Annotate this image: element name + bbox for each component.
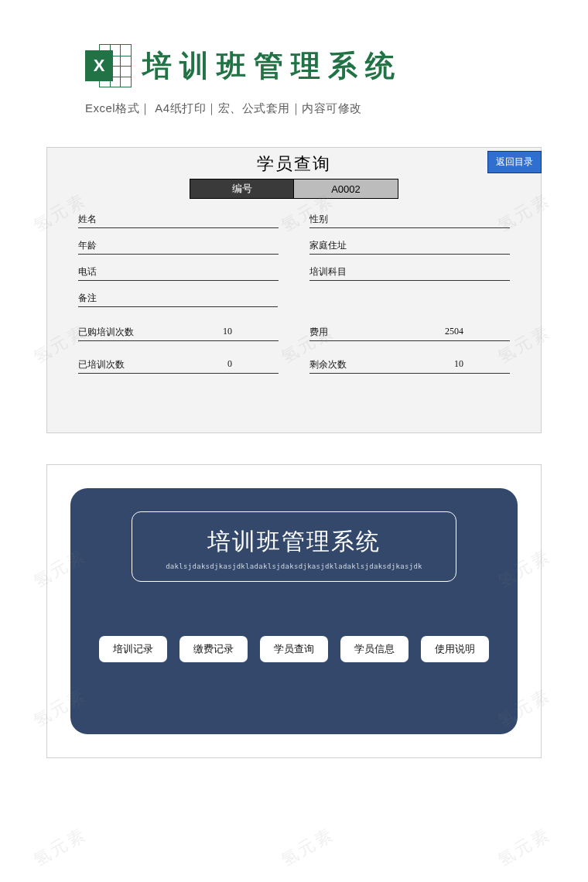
remain-value: 10 bbox=[454, 358, 463, 371]
navy-card: 培训班管理系统 daklsjdaksdjkasjdkladaklsjdaksdj… bbox=[70, 488, 518, 734]
field-trained: 已培训次数 0 bbox=[78, 358, 279, 374]
age-label: 年龄 bbox=[78, 239, 97, 252]
system-title: 培训班管理系统 bbox=[140, 526, 448, 558]
features-line: Excel格式｜ A4纸打印｜宏、公式套用｜内容可修改 bbox=[0, 97, 588, 116]
header: X 培训班管理系统 bbox=[0, 0, 588, 97]
watermark: 氢元素 bbox=[277, 822, 339, 871]
system-subtitle: daklsjdaksdjkasjdkladaklsjdaksdjkasjdkla… bbox=[140, 562, 448, 570]
menu-payment-record[interactable]: 缴费记录 bbox=[179, 636, 248, 662]
field-subject[interactable]: 培训科目 bbox=[309, 265, 510, 281]
excel-icon-letter: X bbox=[85, 50, 113, 81]
id-value[interactable]: A0002 bbox=[294, 179, 398, 199]
purchased-label: 已购培训次数 bbox=[78, 326, 134, 339]
menu-instructions[interactable]: 使用说明 bbox=[421, 636, 489, 662]
excel-icon: X bbox=[85, 43, 132, 89]
field-phone[interactable]: 电话 bbox=[78, 265, 279, 281]
subject-label: 培训科目 bbox=[309, 265, 347, 279]
page-title: 培训班管理系统 bbox=[142, 46, 402, 86]
fee-label: 费用 bbox=[309, 326, 328, 339]
field-remark[interactable]: 备注 bbox=[78, 292, 278, 307]
watermark: 氢元素 bbox=[29, 822, 91, 871]
gender-label: 性别 bbox=[309, 213, 328, 226]
menu-student-query[interactable]: 学员查询 bbox=[260, 636, 328, 662]
field-remain: 剩余次数 10 bbox=[309, 358, 510, 374]
fee-value: 2504 bbox=[445, 326, 463, 339]
trained-label: 已培训次数 bbox=[78, 358, 125, 371]
field-gender[interactable]: 性别 bbox=[309, 213, 510, 228]
field-purchased: 已购培训次数 10 bbox=[78, 326, 279, 341]
panel-title: 学员查询 bbox=[78, 152, 510, 176]
id-label: 编号 bbox=[190, 179, 294, 199]
system-menu-panel: 培训班管理系统 daklsjdaksdjkasjdkladaklsjdaksdj… bbox=[46, 464, 542, 758]
phone-label: 电话 bbox=[78, 265, 97, 279]
trained-value: 0 bbox=[227, 358, 232, 371]
menu-training-record[interactable]: 培训记录 bbox=[99, 636, 167, 662]
id-row: 编号 A0002 bbox=[78, 179, 510, 199]
return-catalog-button[interactable]: 返回目录 bbox=[487, 151, 542, 173]
address-label: 家庭住址 bbox=[309, 239, 347, 252]
menu-row: 培训记录 缴费记录 学员查询 学员信息 使用说明 bbox=[99, 636, 489, 662]
watermark: 氢元素 bbox=[494, 822, 556, 871]
field-address[interactable]: 家庭住址 bbox=[309, 239, 510, 255]
menu-student-info[interactable]: 学员信息 bbox=[340, 636, 409, 662]
remark-label: 备注 bbox=[78, 292, 97, 305]
system-title-box: 培训班管理系统 daklsjdaksdjkasjdkladaklsjdaksdj… bbox=[132, 511, 456, 582]
field-fee: 费用 2504 bbox=[309, 326, 510, 341]
student-query-panel: 学员查询 返回目录 编号 A0002 姓名 性别 年龄 家庭住址 bbox=[46, 147, 542, 433]
name-label: 姓名 bbox=[78, 213, 97, 226]
field-name[interactable]: 姓名 bbox=[78, 213, 279, 228]
purchased-value: 10 bbox=[223, 326, 232, 339]
remain-label: 剩余次数 bbox=[309, 358, 347, 371]
field-age[interactable]: 年龄 bbox=[78, 239, 279, 255]
